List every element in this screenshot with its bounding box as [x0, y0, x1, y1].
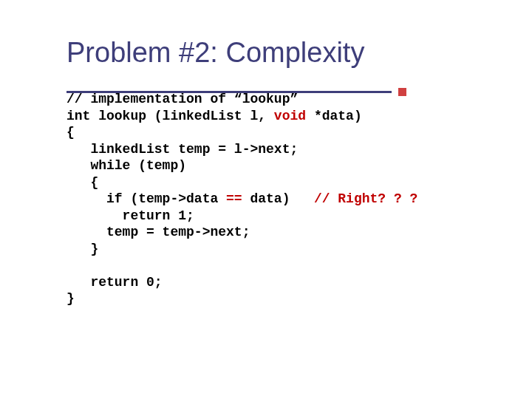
- code-line-13: }: [66, 291, 75, 306]
- code-line-7a: if (temp->data: [66, 191, 226, 206]
- keyword-void: void: [274, 109, 306, 123]
- code-line-2a: int lookup (linkedList l,: [66, 109, 274, 123]
- code-line-1: // implementation of “lookup”: [66, 92, 298, 106]
- code-line-9: temp = temp->next;: [66, 225, 250, 239]
- underline-accent-square: [398, 88, 406, 96]
- code-line-8: return 1;: [66, 208, 194, 223]
- code-line-10: }: [66, 242, 98, 256]
- slide: Problem #2: Complexity // implementation…: [0, 0, 532, 399]
- code-line-3: {: [66, 125, 75, 140]
- code-block: // implementation of “lookup” int lookup…: [66, 91, 502, 307]
- code-line-7: if (temp->data == data) // Right? ? ?: [66, 191, 417, 206]
- code-line-6: {: [66, 175, 98, 190]
- comment-right: // Right? ? ?: [314, 191, 417, 206]
- underline-bar: [66, 91, 392, 93]
- operator-eq: ==: [226, 191, 242, 206]
- code-line-2: int lookup (linkedList l, void *data): [66, 109, 362, 123]
- code-line-5: while (temp): [66, 158, 186, 173]
- code-line-12: return 0;: [66, 275, 163, 290]
- code-line-4: linkedList temp = l->next;: [66, 142, 298, 157]
- code-line-2c: *data): [306, 109, 362, 123]
- code-line-7c: data): [242, 191, 314, 206]
- slide-title: Problem #2: Complexity: [66, 37, 502, 69]
